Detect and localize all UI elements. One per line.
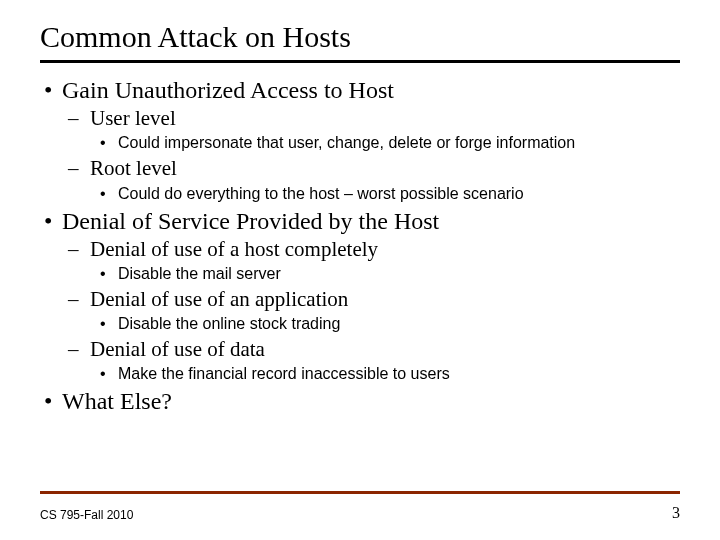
slide-title: Common Attack on Hosts — [40, 20, 680, 54]
bullet-text: Disable the online stock trading — [118, 315, 340, 332]
footer-rule — [40, 491, 680, 494]
list-item: User level Could impersonate that user, … — [62, 105, 680, 153]
list-item: Make the financial record inaccessible t… — [90, 364, 680, 384]
bullet-list: Gain Unauthorized Access to Host User le… — [40, 75, 680, 416]
bullet-text: Could do everything to the host – worst … — [118, 185, 524, 202]
bullet-text: Denial of use of a host completely — [90, 237, 378, 261]
bullet-text: Gain Unauthorized Access to Host — [62, 77, 394, 103]
list-item: Denial of use of a host completely Disab… — [62, 236, 680, 284]
bullet-text: Disable the mail server — [118, 265, 281, 282]
list-item: Could impersonate that user, change, del… — [90, 133, 680, 153]
list-item: Root level Could do everything to the ho… — [62, 155, 680, 203]
content-area: Gain Unauthorized Access to Host User le… — [40, 75, 680, 416]
slide: Common Attack on Hosts Gain Unauthorized… — [0, 0, 720, 540]
bullet-text: Root level — [90, 156, 177, 180]
list-item: Denial of use of an application Disable … — [62, 286, 680, 334]
title-rule — [40, 60, 680, 63]
page-number: 3 — [672, 504, 680, 522]
list-item: Denial of Service Provided by the Host D… — [40, 206, 680, 385]
list-item: Denial of use of data Make the financial… — [62, 336, 680, 384]
bullet-text: User level — [90, 106, 176, 130]
bullet-text: What Else? — [62, 388, 172, 414]
list-item: Could do everything to the host – worst … — [90, 184, 680, 204]
bullet-text: Denial of use of data — [90, 337, 265, 361]
list-item: Disable the online stock trading — [90, 314, 680, 334]
list-item: Gain Unauthorized Access to Host User le… — [40, 75, 680, 204]
bullet-text: Make the financial record inaccessible t… — [118, 365, 450, 382]
list-item: What Else? — [40, 386, 680, 416]
list-item: Disable the mail server — [90, 264, 680, 284]
bullet-text: Denial of use of an application — [90, 287, 348, 311]
bullet-text: Could impersonate that user, change, del… — [118, 134, 575, 151]
bullet-text: Denial of Service Provided by the Host — [62, 208, 439, 234]
footer-left: CS 795-Fall 2010 — [40, 508, 133, 522]
